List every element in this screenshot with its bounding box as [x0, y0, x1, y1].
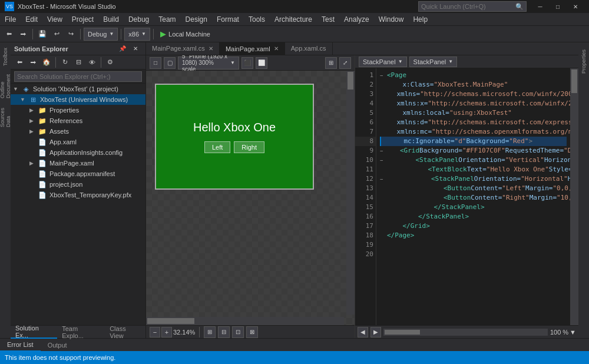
bottom-tab-errorlist[interactable]: Error List: [0, 339, 41, 352]
toolbar-back-btn[interactable]: ⬅: [2, 28, 15, 41]
menu-window[interactable]: Window: [374, 13, 409, 26]
solution-expand[interactable]: ▼: [13, 86, 20, 92]
designer-icon-1[interactable]: □: [150, 57, 161, 69]
se-tab-solution[interactable]: Solution Ex...: [11, 326, 57, 339]
xml-code-area[interactable]: −<Page x:Class="XboxTest.MainPage" xmlns…: [376, 68, 570, 325]
menu-test[interactable]: Test: [317, 13, 339, 26]
grid-view-btn[interactable]: ⊞: [204, 326, 216, 338]
appinsights-item[interactable]: 📄 ApplicationInsights.config: [11, 147, 145, 158]
minimize-button[interactable]: ─: [531, 0, 549, 13]
toolbar-undo-btn[interactable]: ↩: [50, 28, 63, 41]
split-view-btn[interactable]: ⊟: [218, 326, 230, 338]
designer-icon-2[interactable]: ▢: [164, 57, 176, 69]
tab-mainpage-xaml-close[interactable]: ✕: [274, 45, 279, 52]
document-outline-icon[interactable]: Document Outline: [1, 74, 9, 98]
menu-edit[interactable]: Edit: [21, 13, 42, 26]
se-refresh[interactable]: ↻: [58, 56, 71, 69]
collapse-11[interactable]: −: [380, 155, 383, 165]
menu-project[interactable]: Project: [67, 13, 98, 26]
canvas-hscroll-thumb[interactable]: [147, 318, 194, 324]
tab-mainpage-cs[interactable]: MainPage.xaml.cs ✕: [146, 42, 220, 55]
xml-hscroll-thumb[interactable]: [385, 330, 420, 335]
designer-portrait-btn[interactable]: ⬜: [256, 57, 267, 69]
xml-scroll-horizontal[interactable]: [383, 329, 548, 336]
se-tab-team[interactable]: Team Explo...: [57, 326, 105, 339]
zoom-in-btn[interactable]: +: [161, 327, 172, 337]
quick-launch-input[interactable]: [421, 3, 515, 10]
right-button-preview[interactable]: Right: [234, 141, 264, 153]
xml-scope-1[interactable]: StackPanel ▼: [359, 57, 407, 67]
canvas-scroll-horizontal[interactable]: [146, 317, 344, 325]
references-expand[interactable]: ▶: [29, 118, 37, 124]
se-close-btn[interactable]: ✕: [129, 42, 142, 55]
mainpage-expand[interactable]: ▶: [29, 160, 37, 166]
debug-mode-dropdown[interactable]: Debug ▼: [84, 28, 118, 41]
toolbar-save-btn[interactable]: 💾: [36, 28, 49, 41]
menu-view[interactable]: View: [42, 13, 67, 26]
manifest-item[interactable]: 📄 Package.appxmanifest: [11, 168, 145, 179]
close-button[interactable]: ✕: [567, 0, 584, 13]
designer-landscape-btn[interactable]: ⬛: [241, 57, 253, 69]
platform-dropdown[interactable]: x86 ▼: [124, 28, 150, 41]
properties-icon[interactable]: Properties: [580, 45, 588, 78]
properties-expand[interactable]: ▶: [29, 107, 37, 113]
designer-grid-btn[interactable]: ⊞: [325, 57, 337, 69]
data-sources-icon[interactable]: Data Sources: [1, 104, 9, 127]
se-properties[interactable]: ⚙: [104, 56, 117, 69]
designer-expand-btn[interactable]: ⤢: [339, 57, 351, 69]
fit-btn[interactable]: ⊡: [232, 326, 244, 338]
properties-item[interactable]: ▶ 📁 Properties: [11, 105, 145, 115]
zoom-out-btn[interactable]: −: [150, 327, 160, 337]
toolbar-forward-btn[interactable]: ⮕: [16, 28, 29, 41]
se-search-input[interactable]: [14, 71, 142, 82]
se-pin-btn[interactable]: 📌: [116, 42, 129, 55]
assets-item[interactable]: ▶ 📁 Assets: [11, 126, 145, 137]
xml-nav-left[interactable]: ◀: [358, 327, 368, 337]
quick-launch-box[interactable]: 🔍: [418, 1, 527, 12]
collapse-1[interactable]: −: [380, 71, 386, 80]
collapse-10[interactable]: −: [380, 146, 383, 155]
menu-team[interactable]: Team: [154, 13, 180, 26]
xml-nav-right[interactable]: ▶: [370, 327, 381, 337]
se-collapse-all[interactable]: ⊟: [72, 56, 85, 69]
tab-app-cs[interactable]: App.xaml.cs: [285, 42, 333, 55]
references-item[interactable]: ▶ 📁 References: [11, 115, 145, 126]
xml-vscroll-thumb[interactable]: [571, 70, 577, 93]
menu-help[interactable]: Help: [408, 13, 432, 26]
bottom-tab-output[interactable]: Output: [41, 339, 74, 352]
tab-mainpage-cs-close[interactable]: ✕: [209, 45, 213, 52]
maximize-button[interactable]: □: [549, 0, 567, 13]
menu-format[interactable]: Format: [212, 13, 244, 26]
project-expand[interactable]: ▼: [20, 97, 27, 102]
se-tab-classview[interactable]: Class View: [105, 326, 145, 339]
mainpage-item[interactable]: ▶ 📄 MainPage.xaml: [11, 158, 145, 168]
run-button[interactable]: ▶ Local Machine: [157, 28, 214, 39]
assets-expand[interactable]: ▶: [29, 128, 37, 134]
xml-scroll-vertical[interactable]: [570, 68, 578, 325]
xml-zoom-arrow[interactable]: ▼: [570, 329, 576, 336]
projectjson-item[interactable]: 📄 project.json: [11, 179, 145, 190]
project-node[interactable]: ▼ ⊞ XboxTest (Universal Windows): [11, 94, 145, 105]
tab-mainpage-xaml[interactable]: MainPage.xaml ✕: [220, 42, 285, 55]
collapse-13[interactable]: −: [380, 174, 383, 184]
solution-node[interactable]: ▼ ◈ Solution 'XboxTest' (1 project): [11, 84, 145, 94]
menu-file[interactable]: File: [0, 13, 21, 26]
toolbox-icon[interactable]: Toolbox: [1, 45, 9, 68]
se-nav-forward[interactable]: ⮕: [27, 56, 39, 69]
se-show-all[interactable]: 👁: [85, 56, 98, 69]
se-home[interactable]: 🏠: [40, 56, 53, 69]
menu-architecture[interactable]: Architecture: [270, 13, 317, 26]
canvas-vscroll-thumb[interactable]: [348, 72, 353, 90]
toolbar-redo-btn[interactable]: ↪: [64, 28, 77, 41]
menu-analyze[interactable]: Analyze: [339, 13, 374, 26]
se-nav-back[interactable]: ⬅: [13, 56, 26, 69]
device-dropdown[interactable]: 5" Phone (1920 x 1080) 300% scale ▼: [178, 57, 239, 70]
appxaml-item[interactable]: 📄 App.xaml: [11, 137, 145, 147]
pfx-item[interactable]: 📄 XboxTest_TemporaryKey.pfx: [11, 190, 145, 200]
snap-btn[interactable]: ⊠: [246, 326, 258, 338]
xml-scope-2[interactable]: StackPanel ▼: [409, 57, 458, 67]
menu-tools[interactable]: Tools: [244, 13, 270, 26]
menu-design[interactable]: Design: [181, 13, 212, 26]
left-button-preview[interactable]: Left: [204, 141, 230, 153]
menu-debug[interactable]: Debug: [124, 13, 154, 26]
